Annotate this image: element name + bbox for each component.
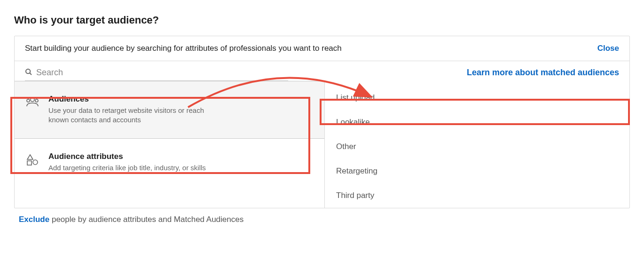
footer-rest: people by audience attributes and Matche… (49, 215, 243, 224)
svg-point-3 (27, 99, 30, 102)
svg-rect-6 (27, 161, 31, 165)
footer-line: Exclude people by audience attributes an… (14, 208, 630, 231)
svg-marker-5 (27, 155, 33, 159)
learn-more-link[interactable]: Learn more about matched audiences (467, 68, 619, 78)
option-title: Audiences (48, 95, 313, 104)
option-audiences[interactable]: Audiences Use your data to retarget webs… (15, 81, 324, 139)
svg-line-1 (30, 73, 31, 75)
audiences-icon (26, 96, 39, 109)
search-icon (25, 68, 32, 77)
card-header: Start building your audience by searchin… (15, 36, 629, 61)
svg-point-2 (31, 98, 34, 102)
svg-point-4 (35, 99, 38, 102)
search-input[interactable] (36, 68, 467, 78)
search-row: Learn more about matched audiences (15, 61, 629, 80)
svg-point-0 (26, 69, 30, 73)
option-text: Audiences Use your data to retarget webs… (48, 95, 313, 125)
right-panel: List upload Lookalike Other Retargeting … (325, 81, 629, 208)
option-desc: Add targeting criteria like job title, i… (48, 163, 208, 173)
option-audience-attributes[interactable]: Audience attributes Add targeting criter… (15, 139, 324, 186)
option-title: Audience attributes (48, 152, 313, 161)
shapes-icon (26, 154, 39, 168)
option-desc: Use your data to retarget website visito… (48, 106, 208, 125)
left-panel: Audiences Use your data to retarget webs… (15, 81, 325, 208)
header-instruction: Start building your audience by searchin… (25, 44, 342, 53)
close-button[interactable]: Close (597, 44, 619, 53)
sub-item-retargeting[interactable]: Retargeting (325, 159, 629, 183)
option-text: Audience attributes Add targeting criter… (48, 152, 313, 173)
page-title: Who is your target audience? (14, 14, 630, 26)
search-wrap (25, 68, 467, 78)
sub-item-list-upload[interactable]: List upload (325, 86, 629, 110)
sub-item-third-party[interactable]: Third party (325, 183, 629, 208)
audience-card: Start building your audience by searchin… (14, 36, 630, 208)
svg-point-7 (33, 160, 38, 165)
panels: Audiences Use your data to retarget webs… (15, 81, 629, 208)
sub-item-other[interactable]: Other (325, 134, 629, 159)
sub-item-lookalike[interactable]: Lookalike (325, 110, 629, 134)
exclude-link[interactable]: Exclude (19, 215, 49, 224)
